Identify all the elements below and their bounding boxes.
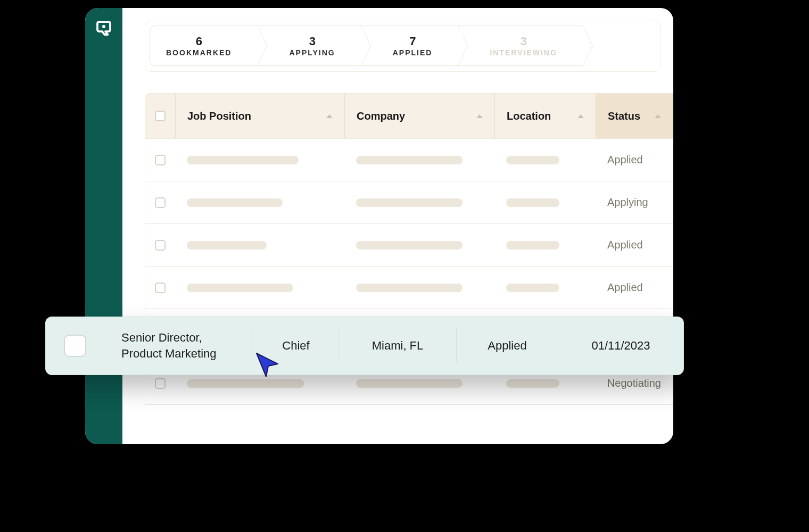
skeleton [356, 379, 463, 388]
stage-count: 3 [309, 35, 316, 48]
skeleton [187, 379, 304, 388]
column-header-location[interactable]: Location [494, 94, 596, 138]
position-line: Senior Director, [121, 330, 202, 346]
svg-point-0 [102, 25, 105, 28]
table-row[interactable]: Applying [145, 181, 673, 223]
select-all-checkbox[interactable] [155, 111, 166, 121]
stage-label: APPLIED [393, 48, 433, 57]
skeleton [187, 284, 293, 292]
skeleton [356, 241, 463, 250]
table-row[interactable]: Applied [145, 223, 673, 266]
row-checkbox[interactable] [64, 335, 86, 357]
skeleton [356, 284, 463, 292]
sort-asc-icon [655, 114, 661, 118]
skeleton [506, 241, 559, 250]
table-header: Job Position Company Location Status [145, 94, 673, 138]
stage-applied[interactable]: 7 APPLIED [361, 26, 459, 66]
sidebar [85, 8, 122, 444]
date-cell: 01/11/2023 [558, 328, 683, 363]
status-value: Applying [607, 196, 648, 209]
row-checkbox[interactable] [155, 155, 166, 165]
status-value: Applied [607, 281, 643, 294]
row-checkbox[interactable] [155, 282, 166, 293]
status-value: Negotiating [607, 377, 661, 389]
sort-asc-icon [577, 114, 584, 118]
position-line: Product Marketing [121, 346, 217, 362]
column-label: Company [357, 110, 405, 122]
column-label: Status [608, 110, 640, 122]
stage-count: 6 [196, 35, 202, 48]
cursor-icon [254, 351, 282, 379]
column-header-position[interactable]: Job Position [175, 94, 344, 138]
stage-label: APPLYING [289, 48, 335, 57]
skeleton [356, 198, 463, 207]
status-cell: Applied [457, 328, 558, 363]
app-logo-icon [94, 19, 113, 38]
stage-count: 3 [521, 35, 527, 48]
stage-label: INTERVIEWING [490, 48, 557, 57]
column-header-company[interactable]: Company [344, 94, 494, 138]
skeleton [506, 284, 559, 292]
app-window: 6 BOOKMARKED 3 APPLYING 7 APPLIED 3 INTE… [85, 8, 673, 444]
highlighted-row[interactable]: Senior Director, Product Marketing Chief… [45, 317, 684, 375]
table-row[interactable]: Applied [145, 138, 673, 181]
skeleton [187, 198, 283, 207]
stage-count: 7 [409, 35, 416, 48]
skeleton [506, 198, 559, 207]
column-label: Job Position [187, 110, 251, 122]
skeleton [506, 156, 559, 164]
skeleton [356, 156, 463, 164]
sort-asc-icon [326, 114, 333, 118]
skeleton [506, 379, 559, 388]
row-checkbox[interactable] [155, 378, 166, 389]
pipeline-stages: 6 BOOKMARKED 3 APPLYING 7 APPLIED 3 INTE… [145, 20, 661, 72]
row-checkbox[interactable] [155, 240, 166, 251]
status-value: Applied [607, 154, 643, 166]
position-cell: Senior Director, Product Marketing [106, 328, 253, 363]
stage-interviewing[interactable]: 3 INTERVIEWING [458, 26, 583, 66]
table-row[interactable]: Applied [145, 266, 673, 309]
stage-applying[interactable]: 3 APPLYING [258, 26, 361, 66]
status-value: Applied [607, 239, 643, 251]
sort-asc-icon [476, 114, 483, 118]
skeleton [187, 156, 299, 164]
stage-label: BOOKMARKED [166, 48, 232, 57]
location-cell: Miami, FL [339, 328, 456, 363]
row-checkbox[interactable] [155, 197, 166, 208]
skeleton [187, 241, 267, 250]
stage-bookmarked[interactable]: 6 BOOKMARKED [150, 26, 258, 66]
column-header-status[interactable]: Status [596, 94, 673, 138]
column-label: Location [507, 110, 551, 122]
